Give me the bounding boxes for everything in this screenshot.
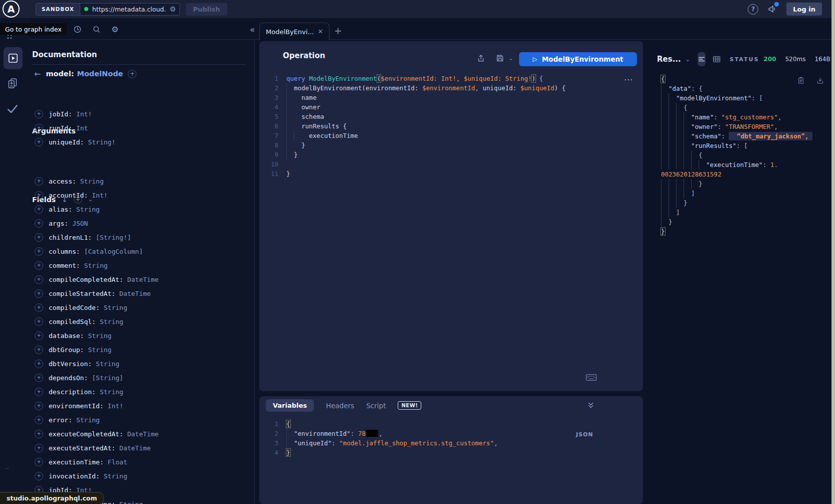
tab-script[interactable]: Script	[366, 402, 386, 410]
add-field-icon[interactable]: +	[35, 346, 43, 354]
add-field-icon[interactable]: +	[128, 70, 136, 78]
history-icon[interactable]	[73, 25, 82, 34]
operation-tab[interactable]: ModelByEnvi... ✕	[259, 23, 329, 40]
breadcrumb-type-link[interactable]: ModelNode	[77, 70, 123, 78]
field-type[interactable]: DateTime	[127, 276, 159, 283]
argument-type[interactable]: Int!	[76, 110, 92, 118]
close-tab-icon[interactable]: ✕	[318, 28, 323, 35]
field-row[interactable]: + comment: String	[32, 258, 250, 272]
field-row[interactable]: + access: String	[32, 174, 250, 188]
rail-more-icon[interactable]: ‥	[5, 463, 10, 470]
tab-headers[interactable]: Headers	[326, 402, 354, 410]
login-button[interactable]: Log in	[786, 3, 822, 16]
field-row[interactable]: + environmentId: Int!	[32, 399, 250, 413]
add-field-icon[interactable]: +	[35, 289, 43, 298]
field-type[interactable]: JSON	[72, 220, 88, 227]
field-type[interactable]: [CatalogColumn]	[84, 248, 143, 255]
back-arrow-icon[interactable]: ←	[34, 69, 41, 79]
explorer-nav-item[interactable]	[4, 47, 23, 69]
field-row[interactable]: + description: String	[32, 385, 250, 399]
field-type[interactable]: DateTime	[119, 290, 151, 297]
endpoint-url-input[interactable]: https://metadata.cloud.get ⚙	[80, 3, 180, 16]
field-type[interactable]: String	[84, 262, 108, 269]
field-type[interactable]: Int!	[92, 192, 107, 199]
field-type[interactable]: String	[76, 206, 100, 213]
field-row[interactable]: + args: JSON	[32, 216, 250, 230]
new-tab-icon[interactable]: +	[334, 25, 342, 36]
add-field-icon[interactable]: +	[35, 247, 43, 256]
response-body[interactable]: {"data": {"modelByEnvironment": [{"name"…	[661, 74, 828, 236]
publish-button[interactable]: Publish	[186, 3, 227, 16]
add-field-icon[interactable]: +	[35, 233, 43, 242]
add-field-icon[interactable]: +	[35, 360, 43, 368]
share-icon[interactable]	[476, 54, 485, 63]
add-argument-icon[interactable]: +	[35, 110, 43, 118]
add-field-icon[interactable]: +	[35, 275, 43, 284]
field-row[interactable]: + error: String	[32, 413, 250, 427]
field-row[interactable]: + columns: [CatalogColumn]	[32, 244, 250, 258]
field-type[interactable]: String	[80, 178, 104, 185]
save-chevron-down-icon[interactable]: ⌄	[509, 55, 513, 62]
field-row[interactable]: + executeCompletedAt: DateTime	[32, 427, 250, 441]
download-response-icon[interactable]	[816, 76, 824, 85]
add-field-icon[interactable]: +	[35, 388, 43, 396]
run-operation-button[interactable]: ▷ ModelByEnvironment	[519, 52, 637, 66]
endpoint-url-text[interactable]: https://metadata.cloud.get	[92, 6, 166, 13]
field-row[interactable]: + dbtVersion: String	[32, 357, 250, 371]
add-field-icon[interactable]: +	[35, 205, 43, 214]
tab-variables[interactable]: Variables	[266, 399, 314, 412]
field-type[interactable]: DateTime	[119, 444, 151, 452]
field-type[interactable]: Float	[108, 458, 127, 466]
help-icon[interactable]: ?	[748, 4, 758, 15]
field-type[interactable]: String	[104, 472, 127, 480]
argument-type[interactable]: String!	[88, 138, 115, 146]
field-type[interactable]: String	[96, 360, 119, 368]
field-row[interactable]: + database: String	[32, 328, 250, 343]
add-field-icon[interactable]: +	[35, 219, 43, 228]
field-type[interactable]: DateTime	[127, 430, 159, 438]
field-type[interactable]: [String]	[92, 374, 123, 382]
field-type[interactable]: [String!]	[96, 234, 131, 241]
add-field-icon[interactable]: +	[35, 317, 43, 326]
save-icon[interactable]	[495, 54, 505, 63]
variables-editor[interactable]: 1{2"environmentId": 78,3"uniqueId": "mod…	[265, 419, 628, 457]
search-icon[interactable]	[92, 25, 101, 34]
field-row[interactable]: + compiledCode: String	[32, 300, 250, 314]
tree-view-toggle[interactable]	[698, 52, 706, 66]
field-row[interactable]: + executionTime: Float	[32, 455, 250, 469]
add-argument-icon[interactable]: +	[35, 138, 43, 146]
response-dropdown[interactable]: Res...	[657, 55, 681, 64]
copy-response-icon[interactable]	[797, 76, 805, 85]
field-type[interactable]: String	[100, 318, 123, 325]
argument-row[interactable]: + jobId: Int!	[32, 107, 250, 121]
add-field-icon[interactable]: +	[35, 430, 43, 438]
field-row[interactable]: + alias: String	[32, 202, 250, 216]
add-field-icon[interactable]: +	[35, 374, 43, 382]
schema-diff-nav-item[interactable]	[7, 77, 19, 90]
field-type[interactable]: String	[76, 416, 100, 424]
add-field-icon[interactable]: +	[35, 177, 43, 186]
operation-editor[interactable]: 1query ModelByEnvironment($environmentId…	[265, 74, 628, 179]
add-field-icon[interactable]: +	[35, 331, 43, 340]
add-field-icon[interactable]: +	[35, 444, 43, 452]
apollo-logo[interactable]: A	[3, 1, 20, 18]
argument-type[interactable]: Int	[76, 124, 88, 132]
add-argument-icon[interactable]: +	[35, 124, 43, 132]
field-row[interactable]: + dependsOn: [String]	[32, 371, 250, 385]
announcements-megaphone-icon[interactable]	[767, 4, 777, 14]
add-field-icon[interactable]: +	[35, 191, 43, 200]
field-row[interactable]: + compiledSql: String	[32, 314, 250, 328]
add-field-icon[interactable]: +	[35, 402, 43, 410]
field-row[interactable]: + childrenL1: [String!]	[32, 230, 250, 244]
collapse-sidebar-icon[interactable]: «	[250, 25, 255, 35]
field-type[interactable]: String	[100, 388, 123, 396]
settings-gear-icon[interactable]: ⚙	[111, 25, 118, 34]
checks-nav-item[interactable]	[6, 102, 19, 115]
add-field-icon[interactable]: +	[35, 303, 43, 312]
field-row[interactable]: + invocationId: String	[32, 469, 250, 483]
field-row[interactable]: + compileStartedAt: DateTime	[32, 286, 250, 300]
response-chevron-down-icon[interactable]: ⌄	[686, 56, 690, 63]
keyboard-shortcuts-icon[interactable]	[586, 374, 597, 381]
field-type[interactable]: String	[104, 304, 127, 311]
add-field-icon[interactable]: +	[35, 261, 43, 270]
